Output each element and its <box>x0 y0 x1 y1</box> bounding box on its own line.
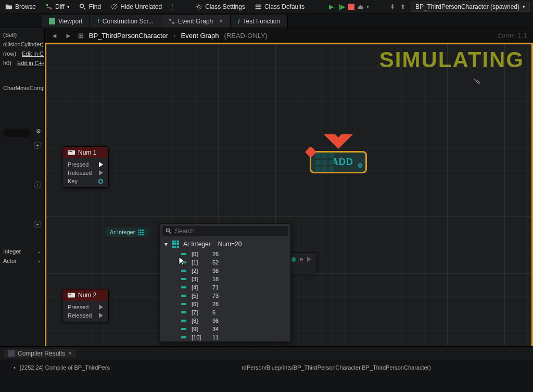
close-icon[interactable]: × <box>219 18 223 25</box>
edit-cpp-link[interactable]: Edit in C++ <box>22 50 45 57</box>
component-collision[interactable]: ollisionCylinder) <box>3 40 41 49</box>
browse-label: Browse <box>15 3 36 10</box>
function-icon: f <box>238 18 239 25</box>
tab-label: Event Graph <box>178 18 213 25</box>
node-add[interactable]: ADD <box>310 151 367 173</box>
add-button[interactable]: + <box>34 181 41 188</box>
breakpoint-icon[interactable] <box>305 146 317 158</box>
function-icon: f <box>97 18 99 25</box>
graph-canvas[interactable]: SIMULATING BLUEPRINT Num 1 Pressed Relea… <box>45 43 533 392</box>
step-button[interactable]: |▶ <box>339 3 345 10</box>
add-button[interactable]: + <box>34 221 41 228</box>
eject-button[interactable]: ⏏ <box>358 3 363 10</box>
exec-pin-icon <box>307 257 311 262</box>
debug-array-row[interactable]: [4]71 <box>160 283 290 292</box>
pin-pressed[interactable]: Pressed <box>68 160 103 169</box>
debug-search-input[interactable] <box>175 227 285 235</box>
debug-array-row[interactable]: [3]18 <box>160 275 290 283</box>
component-arrow[interactable]: rrow) Edit in C++ <box>3 49 41 58</box>
array-icon <box>315 153 334 172</box>
array-index: [3] <box>192 276 207 282</box>
class-defaults-button[interactable]: Class Defaults <box>252 2 307 11</box>
debug-array-row[interactable]: [7]6 <box>160 308 290 317</box>
svg-rect-13 <box>70 294 71 295</box>
nav-back-icon[interactable]: ◄ <box>50 32 59 40</box>
array-value: 34 <box>212 326 219 332</box>
component-self[interactable]: (Self) <box>3 30 41 40</box>
svg-point-2 <box>80 4 84 7</box>
array-value: 28 <box>212 301 219 307</box>
diff-button[interactable]: Diff▾ <box>43 2 72 11</box>
graph-nav-bar: ◄ ► ⊞ BP_ThirdPersonCharacter › Event Gr… <box>45 28 533 43</box>
svg-rect-4 <box>49 18 55 24</box>
node-num1[interactable]: Num 1 Pressed Released Key <box>62 146 109 188</box>
node-title: Num 2 <box>62 289 108 301</box>
svg-rect-15 <box>8 350 15 357</box>
node-num2[interactable]: Num 2 Pressed Released <box>62 289 109 322</box>
graph-wires <box>46 44 202 122</box>
debug-array-row[interactable]: [10]11 <box>160 333 290 342</box>
component-label: h0) <box>3 60 11 66</box>
browse-button[interactable]: Browse <box>3 2 38 11</box>
gear-icon[interactable]: ⚙ <box>36 128 41 135</box>
svg-point-0 <box>46 4 48 6</box>
breadcrumb-asset[interactable]: BP_ThirdPersonCharacter <box>89 32 168 40</box>
toolbar-menu-icon[interactable]: ⋮ <box>169 3 175 10</box>
tab-test-function[interactable]: fTest Fonction <box>231 15 288 28</box>
expand-icon[interactable]: ▾ <box>164 241 168 248</box>
gear-icon <box>195 3 202 10</box>
edit-cpp-link[interactable]: Edit in C++ <box>17 60 45 66</box>
component-mesh[interactable]: h0) Edit in C++ <box>3 58 41 68</box>
pin-label: Released <box>68 312 92 319</box>
svg-rect-10 <box>71 151 72 152</box>
node-label: Ar Integer <box>110 229 135 235</box>
tab-construction-script[interactable]: fConstruction Scr... <box>90 15 161 28</box>
download-icon[interactable]: ⬇ <box>390 3 395 10</box>
debug-array-row[interactable]: [2]98 <box>160 267 290 275</box>
pin-key[interactable]: Key <box>68 177 103 185</box>
tab-event-graph[interactable]: Event Graph× <box>161 15 231 28</box>
breadcrumb-graph[interactable]: Event Graph <box>181 32 219 40</box>
tab-compiler-results[interactable]: Compiler Results × <box>4 349 76 358</box>
debug-array-row[interactable]: [5]73 <box>160 292 290 300</box>
debug-array-row[interactable]: [9]34 <box>160 325 290 333</box>
nav-forward-icon[interactable]: ► <box>64 32 73 40</box>
debug-search[interactable] <box>162 226 288 236</box>
chevron-down-icon[interactable]: ▾ <box>366 4 369 9</box>
value-bar-icon <box>181 286 186 288</box>
pin-pressed[interactable]: Pressed <box>68 303 103 311</box>
debug-array-row[interactable]: [8]96 <box>160 317 290 325</box>
hide-unrelated-button[interactable]: Hide Unrelated <box>108 2 164 11</box>
array-icon <box>138 230 144 235</box>
eye-off-icon <box>110 3 118 10</box>
search-pill[interactable] <box>3 129 30 137</box>
svg-rect-9 <box>70 151 71 152</box>
debug-object-dropdown[interactable]: BP_ThirdPersonCharacter (spawned) ▾ <box>411 2 530 12</box>
stop-button[interactable] <box>348 4 354 10</box>
add-button[interactable]: + <box>34 142 41 149</box>
close-icon[interactable]: × <box>68 350 72 357</box>
array-index: [6] <box>192 301 207 307</box>
pin-released[interactable]: Released <box>68 311 103 320</box>
array-value: 96 <box>212 318 219 324</box>
data-pin-out[interactable] <box>358 163 362 168</box>
array-value: 11 <box>212 334 219 340</box>
class-settings-button[interactable]: Class Settings <box>193 2 247 11</box>
array-index: [10] <box>192 334 207 340</box>
node-ar-integer[interactable]: Ar Integer <box>105 227 149 237</box>
debug-array-row[interactable]: [6]28 <box>160 300 290 308</box>
svg-rect-11 <box>68 293 75 298</box>
find-button[interactable]: Find <box>77 2 103 11</box>
data-pin-icon <box>98 179 103 184</box>
debug-header[interactable]: ▾ Ar Integer Num=20 <box>160 238 290 250</box>
play-button[interactable]: ▶· <box>329 3 335 10</box>
component-charmove[interactable]: CharMoveComp) <box>3 83 41 93</box>
pin-released[interactable]: Released <box>68 169 103 177</box>
tab-viewport[interactable]: Viewport <box>42 15 90 28</box>
upload-icon[interactable]: ⬆ <box>400 3 405 10</box>
var-actor[interactable]: Actor⌄ <box>3 256 41 265</box>
pin-label: Key <box>68 178 78 184</box>
var-integer[interactable]: Integer⌄ <box>3 247 41 256</box>
exec-pin-icon <box>99 305 103 310</box>
chevron-down-icon: ▾ <box>67 4 70 9</box>
